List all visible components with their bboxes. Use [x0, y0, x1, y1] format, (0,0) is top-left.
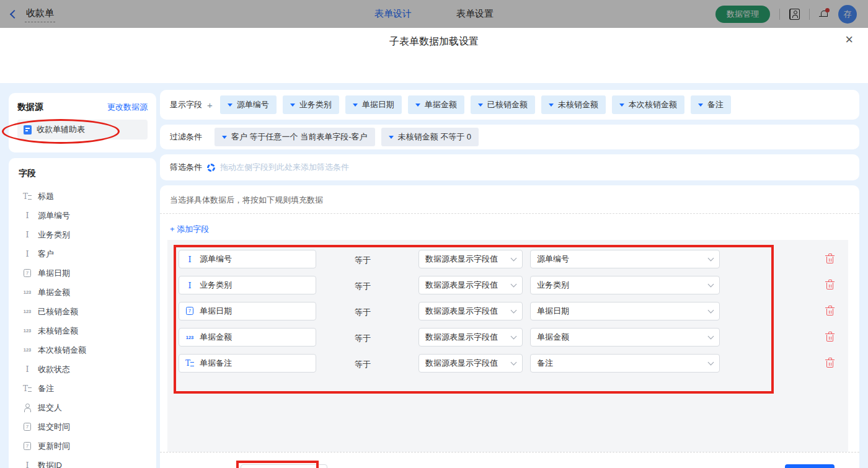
rule-operator: 等于 [355, 359, 371, 370]
field-list-item[interactable]: 更新时间 [19, 436, 146, 456]
field-list-item[interactable]: 单据日期 [19, 263, 146, 283]
rule-field-box[interactable]: 单据金额 [179, 328, 316, 347]
rule-target-dropdown[interactable]: 源单编号 [530, 250, 720, 268]
field-list-item[interactable]: 单据金额 [19, 283, 146, 302]
filter-tag[interactable]: 未核销金额 不等于 0 [381, 128, 479, 146]
change-datasource-link[interactable]: 更改数据源 [107, 102, 148, 113]
modal-title: 子表单数据加载设置 [0, 35, 868, 48]
field-type-icon [22, 441, 32, 451]
field-type-icon [22, 364, 32, 374]
field-label: 提交人 [38, 402, 62, 413]
field-list-item[interactable]: 源单编号 [19, 206, 146, 225]
rule-field-box[interactable]: 单据备注 [179, 354, 316, 373]
rule-field-box[interactable]: 单据日期 [179, 302, 316, 320]
fields-card: 字段 标题 源单编号 业务类别 [9, 158, 156, 468]
rule-field-label: 单据备注 [200, 358, 232, 369]
display-field-tag[interactable]: 源单编号 [220, 95, 277, 114]
display-fields-row: 显示字段 + 源单编号 业务类别 单据日期 [160, 90, 859, 120]
gear-icon [207, 164, 215, 172]
rule-source-dropdown[interactable]: 数据源表显示字段值 [418, 328, 523, 347]
field-list-item[interactable]: 数据ID [19, 456, 146, 468]
modal-footer: 触发指定公式 收款明细.源单... 数据添加模式: 追加模式 [160, 456, 859, 468]
rule-operator: 等于 [355, 333, 371, 344]
field-type-icon [22, 307, 32, 317]
sift-conditions-row[interactable]: 筛选条件 拖动左侧字段到此处来添加筛选条件 [160, 154, 859, 180]
filter-tag[interactable]: 客户 等于任意一个 当前表单字段-客户 [215, 128, 375, 146]
field-list-item[interactable]: 收款状态 [19, 360, 146, 379]
save-button[interactable]: 保存 [785, 464, 835, 468]
filter-tags: 客户 等于任意一个 当前表单字段-客户 未核销金额 不等于 0 [215, 128, 479, 146]
delete-rule-icon[interactable] [826, 332, 834, 342]
display-field-tag[interactable]: 业务类别 [283, 95, 339, 114]
close-icon[interactable]: × [845, 33, 853, 46]
rule-field-box[interactable]: 业务类别 [179, 276, 316, 294]
rule-target-dropdown[interactable]: 备注 [530, 354, 720, 373]
field-list-item[interactable]: 业务类别 [19, 225, 146, 244]
sift-label: 筛选条件 [170, 162, 202, 173]
chevron-down-icon [511, 333, 517, 339]
delete-rule-icon[interactable] [826, 280, 834, 289]
tag-label: 业务类别 [299, 99, 332, 110]
rule-target-dropdown[interactable]: 业务类别 [530, 276, 720, 294]
rule-source-dropdown[interactable]: 数据源表显示字段值 [418, 302, 523, 320]
field-type-icon [22, 211, 32, 221]
dashed-divider [160, 452, 859, 453]
tab-form-settings[interactable]: 表单设置 [456, 8, 494, 20]
display-field-tag[interactable]: 已核销金额 [471, 95, 535, 114]
tag-label: 源单编号 [237, 99, 269, 110]
field-list-item[interactable]: 本次核销金额 [19, 340, 146, 360]
caret-down-icon [389, 136, 394, 139]
rule-operator: 等于 [355, 307, 371, 318]
rule-field-box[interactable]: 源单编号 [179, 250, 316, 268]
datasource-title: 数据源 [17, 102, 43, 113]
delete-rule-icon[interactable] [826, 254, 834, 263]
rule-source-dropdown[interactable]: 数据源表显示字段值 [418, 276, 523, 294]
display-field-tag[interactable]: 本次核销金额 [612, 95, 684, 114]
rule-row: 单据日期 等于 数据源表显示字段值 单据日期 [167, 302, 848, 320]
rule-operator: 等于 [355, 255, 371, 266]
rule-source-dropdown[interactable]: 数据源表显示字段值 [418, 354, 523, 373]
chevron-down-icon [511, 307, 517, 313]
caret-down-icon [478, 104, 483, 107]
field-type-icon [185, 280, 195, 290]
rule-row: 单据备注 等于 数据源表显示字段值 备注 [167, 354, 848, 373]
chevron-down-icon [708, 333, 714, 339]
rule-target-dropdown[interactable]: 单据金额 [530, 328, 720, 347]
display-field-tag[interactable]: 备注 [691, 95, 731, 114]
field-type-icon [22, 422, 32, 432]
field-list-item[interactable]: 标题 [19, 187, 146, 206]
tag-label: 备注 [707, 99, 724, 110]
field-list-item[interactable]: 已核销金额 [19, 302, 146, 321]
rule-field-label: 源单编号 [200, 254, 232, 265]
field-type-icon [22, 461, 32, 468]
tab-form-design[interactable]: 表单设计 [374, 8, 412, 20]
field-list-item[interactable]: 提交时间 [19, 417, 146, 436]
topbar-tabs: 表单设计 表单设置 [0, 0, 868, 28]
chevron-down-icon [708, 359, 714, 365]
subform-data-load-modal: 子表单数据加载设置 × 数据源 更改数据源 收款单辅助表 字段 [0, 28, 868, 468]
field-list-item[interactable]: 提交人 [19, 398, 146, 417]
formula-select[interactable]: 收款明细.源单... [241, 464, 327, 468]
display-field-tag[interactable]: 未核销金额 [541, 95, 606, 114]
rule-source-dropdown[interactable]: 数据源表显示字段值 [418, 250, 523, 268]
field-label: 已核销金额 [38, 306, 78, 317]
field-list-item[interactable]: 备注 [19, 379, 146, 398]
notification-bell-icon[interactable] [819, 9, 829, 19]
rule-row: 单据金额 等于 数据源表显示字段值 单据金额 [167, 328, 848, 347]
contacts-icon[interactable] [789, 9, 800, 20]
field-type-icon [185, 254, 195, 264]
add-rule-field-link[interactable]: + 添加字段 [160, 214, 219, 235]
add-display-field-button[interactable]: + [207, 100, 213, 110]
rule-target-dropdown[interactable]: 单据日期 [530, 302, 720, 320]
field-label: 未核销金额 [38, 325, 78, 337]
field-list-item[interactable]: 客户 [19, 244, 146, 263]
delete-rule-icon[interactable] [826, 306, 834, 316]
display-field-tag[interactable]: 单据日期 [345, 95, 402, 114]
display-field-tag[interactable]: 单据金额 [408, 95, 464, 114]
field-type-icon [22, 326, 32, 336]
caret-down-icon [222, 136, 227, 139]
datasource-item[interactable]: 收款单辅助表 [17, 120, 148, 139]
field-type-icon [22, 249, 32, 259]
delete-rule-icon[interactable] [826, 358, 834, 368]
field-list-item[interactable]: 未核销金额 [19, 321, 146, 340]
